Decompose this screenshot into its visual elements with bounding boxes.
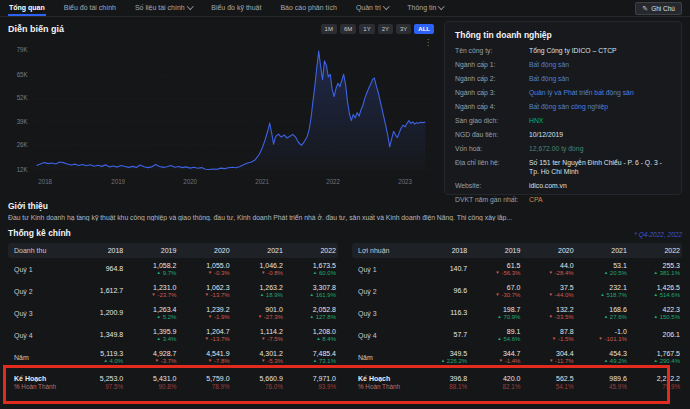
chart-menu-icon[interactable]: ⋮ (424, 39, 432, 47)
value-cell: 1,055.0▼ -0.3% (178, 261, 231, 277)
price-chart[interactable]: 12K26K39K52K65K79K2018201920202021202220… (8, 38, 434, 190)
triangle-down-icon: ▼ (261, 358, 265, 363)
x-axis-tick: 2020 (183, 178, 197, 185)
cell-change: ▼ -101.1% (576, 336, 627, 343)
triangle-up-icon: ▲ (654, 314, 658, 319)
cell-change: ▲ 5.2% (125, 314, 176, 321)
cell-value: 1,612.7 (72, 286, 123, 295)
triangle-down-icon: ▼ (261, 336, 265, 341)
company-row-value[interactable]: Quản lý và Phát triển bất động sản (529, 89, 671, 98)
range-button-1m[interactable]: 1M (321, 24, 337, 34)
row-label: Quý 3 (8, 310, 72, 317)
triangle-down-icon: ▼ (155, 358, 159, 363)
year-header: 2018 (416, 246, 469, 255)
company-row-2: Ngành cấp 1:Bất động sản (455, 61, 671, 70)
plan-value: 5,253.0 (72, 374, 123, 383)
value-cell: 89.1▲ 54.6% (469, 327, 522, 343)
range-button-all[interactable]: ALL (414, 24, 434, 34)
triangle-down-icon: ▼ (549, 358, 553, 363)
company-row-value[interactable]: Bất động sản công nghiệp (529, 103, 671, 112)
triangle-up-icon: ▲ (313, 358, 317, 363)
range-button-1y[interactable]: 1Y (359, 24, 374, 34)
x-axis-tick: 2018 (38, 178, 52, 185)
triangle-up-icon: ▲ (497, 314, 501, 319)
plan-completion-pct: 82.1% (469, 383, 520, 391)
price-title: Diễn biến giá (8, 24, 64, 34)
cell-value: 96.6 (416, 286, 467, 295)
plan-cell: 2,212.279.9% (629, 374, 682, 391)
triangle-down-icon: ▼ (204, 292, 208, 297)
plan-value: 420.0 (469, 374, 520, 383)
triangle-down-icon: ▼ (495, 292, 499, 297)
cell-value: 1,349.8 (72, 330, 123, 339)
table-row: Năm349.5▲ 226.2%344.7▼ -1.4%304.4▼ -11.7… (352, 346, 682, 368)
nav-tab-4[interactable]: Biểu đồ kỹ thuật (210, 0, 262, 16)
company-row-label: Sàn giao dịch: (455, 117, 529, 126)
nav-tab-label: Quản trị (356, 4, 381, 11)
range-button-3y[interactable]: 3Y (396, 24, 411, 34)
cell-change: ▲ 49.2% (576, 358, 627, 365)
plan-cell: 989.645.9% (576, 374, 629, 391)
cell-value: 232.1 (576, 283, 627, 292)
value-cell: 1,426.5▲ 514.6% (629, 283, 682, 299)
nav-tab-6[interactable]: Quản trị (355, 0, 389, 16)
year-header: 2022 (285, 246, 338, 255)
plan-sublabel-line: % Hoàn Thành (14, 383, 72, 391)
cell-change: ▲ 127.8% (285, 314, 336, 321)
cell-change: ▲ 54.6% (469, 336, 520, 343)
cell-value: 4,928.7 (125, 349, 176, 358)
nav-tab-1[interactable]: Tổng quan (8, 0, 46, 16)
value-cell: 140.7 (416, 264, 469, 273)
cell-value: 1,062.3 (178, 283, 229, 292)
triangle-up-icon: ▲ (310, 314, 314, 319)
range-button-6m[interactable]: 6M (340, 24, 356, 34)
nav-tab-label: Báo cáo phân tích (280, 4, 336, 11)
value-cell: 116.3 (416, 308, 469, 317)
y-axis-tick: 52K (17, 94, 29, 101)
value-cell: 4,301.2▼ -5.3% (232, 349, 285, 365)
table-row: Quý 1964.81,058.2▲ 9.7%1,055.0▼ -0.3%1,0… (8, 258, 338, 280)
company-row-5: Ngành cấp 4:Bất động sản công nghiệp (455, 103, 671, 112)
y-axis-tick: 39K (17, 117, 29, 124)
plan-completion-pct: 79.9% (629, 383, 680, 391)
nav-tab-5[interactable]: Báo cáo phân tích (279, 0, 337, 16)
cell-change: ▼ -33.5% (522, 314, 573, 321)
range-button-2y[interactable]: 2Y (378, 24, 393, 34)
triangle-up-icon: ▲ (654, 292, 658, 297)
value-cell: 422.3▲ 150.5% (629, 305, 682, 321)
y-axis-tick: 79K (17, 46, 29, 53)
company-row-value[interactable]: Bất động sản (529, 61, 671, 70)
plan-value: 2,212.2 (629, 374, 680, 383)
plan-cell: 5,431.090.8% (125, 374, 178, 391)
company-row-value: Số 151 ter Nguyễn Đình Chiểu - P. 6 - Q.… (529, 159, 671, 177)
cell-value: 901.0 (232, 305, 283, 314)
note-button[interactable]: ✎ Ghi Chú (635, 2, 682, 15)
year-header: 2018 (72, 246, 125, 255)
cell-change: ▲ 8.4% (285, 336, 336, 343)
nav-tab-2[interactable]: Biểu đồ tài chính (63, 0, 117, 16)
cell-value: 140.7 (416, 264, 467, 273)
value-cell: 1,612.7 (72, 286, 125, 295)
row-label: Quý 1 (8, 266, 72, 273)
value-cell: 1,114.2▼ -7.5% (232, 327, 285, 343)
table-row: Quý 457.789.1▲ 54.6%87.8▼ -1.5%-1.0▼ -10… (352, 324, 682, 346)
nav-tab-7[interactable]: Thông tin (406, 0, 445, 16)
table-profit-header: Lợi nhuận20182019202020212022 (352, 243, 682, 258)
cell-change: ▲ 9.7% (125, 270, 176, 277)
nav-tab-3[interactable]: Số liệu tài chính (134, 0, 193, 16)
value-cell: 57.7 (416, 330, 469, 339)
table-name: Lợi nhuận (352, 247, 416, 254)
company-row-value[interactable]: Bất động sản (529, 75, 671, 84)
cell-value: 1,673.5 (285, 261, 336, 270)
triangle-down-icon: ▼ (598, 336, 602, 341)
value-cell: 1,204.7▼ -13.7% (178, 327, 231, 343)
cell-value: 454.3 (576, 349, 627, 358)
value-cell: 1,239.2▼ -1.9% (178, 305, 231, 321)
plan-cell: 420.082.1% (469, 374, 522, 391)
row-label: Năm (8, 354, 72, 361)
cell-change: ▼ -13.7% (178, 336, 229, 343)
triangle-down-icon: ▼ (208, 270, 212, 275)
cell-value: 4,301.2 (232, 349, 283, 358)
triangle-up-icon: ▲ (313, 270, 317, 275)
value-cell: -1.0▼ -101.1% (576, 327, 629, 343)
